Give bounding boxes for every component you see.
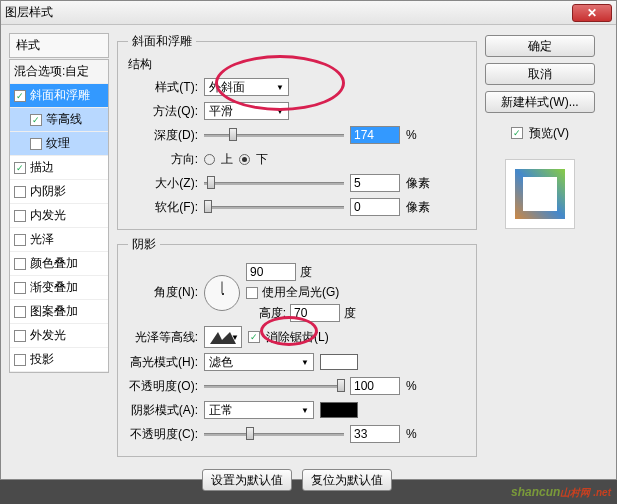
size-label: 大小(Z):: [128, 175, 198, 192]
technique-dropdown[interactable]: 平滑▼: [204, 102, 289, 120]
size-input[interactable]: 5: [350, 174, 400, 192]
blend-options[interactable]: 混合选项:自定: [10, 60, 108, 84]
style-checkbox[interactable]: [14, 306, 26, 318]
style-item[interactable]: 图案叠加: [10, 300, 108, 324]
depth-slider[interactable]: [204, 127, 344, 143]
chevron-down-icon: ▼: [276, 107, 284, 116]
depth-input[interactable]: 174: [350, 126, 400, 144]
highlight-opacity-label: 不透明度(O):: [128, 378, 198, 395]
shadow-opacity-slider[interactable]: [204, 426, 344, 442]
style-checkbox[interactable]: [14, 162, 26, 174]
pct-unit: %: [406, 128, 436, 142]
style-dropdown[interactable]: 外斜面▼: [204, 78, 289, 96]
style-checkbox[interactable]: [30, 114, 42, 126]
new-style-button[interactable]: 新建样式(W)...: [485, 91, 595, 113]
antialias-label: 消除锯齿(L): [266, 329, 329, 346]
style-item[interactable]: 渐变叠加: [10, 276, 108, 300]
style-item[interactable]: 光泽: [10, 228, 108, 252]
shadow-mode-dropdown[interactable]: 正常▼: [204, 401, 314, 419]
style-checkbox[interactable]: [14, 330, 26, 342]
style-item[interactable]: 颜色叠加: [10, 252, 108, 276]
depth-label: 深度(D):: [128, 127, 198, 144]
gloss-contour-picker[interactable]: ▼: [204, 326, 242, 348]
altitude-input[interactable]: 70: [290, 304, 340, 322]
style-item[interactable]: 等高线: [10, 108, 108, 132]
window-title: 图层样式: [5, 4, 53, 21]
titlebar: 图层样式 ✕: [1, 1, 616, 25]
px-unit: 像素: [406, 175, 436, 192]
style-label: 描边: [30, 159, 54, 176]
bevel-group: 斜面和浮雕 结构 样式(T): 外斜面▼ 方法(Q): 平滑▼ 深度(D): 1…: [117, 33, 477, 230]
styles-header: 样式: [9, 33, 109, 58]
style-checkbox[interactable]: [14, 90, 26, 102]
bevel-legend: 斜面和浮雕: [128, 33, 196, 50]
style-checkbox[interactable]: [14, 354, 26, 366]
angle-input[interactable]: 90: [246, 263, 296, 281]
style-checkbox[interactable]: [14, 258, 26, 270]
shading-group: 阴影 角度(N): 90 度 使用全局光(G) 高度: 70 度 光泽等高线: …: [117, 236, 477, 457]
style-label: 光泽: [30, 231, 54, 248]
style-item[interactable]: 斜面和浮雕: [10, 84, 108, 108]
highlight-color-swatch[interactable]: [320, 354, 358, 370]
style-label: 样式(T):: [128, 79, 198, 96]
preview-thumbnail: [505, 159, 575, 229]
style-item[interactable]: 描边: [10, 156, 108, 180]
altitude-label: 高度:: [246, 305, 286, 322]
reset-default-button[interactable]: 复位为默认值: [302, 469, 392, 491]
global-light-checkbox[interactable]: [246, 287, 258, 299]
highlight-opacity-slider[interactable]: [204, 378, 344, 394]
styles-list: 混合选项:自定 斜面和浮雕等高线纹理描边内阴影内发光光泽颜色叠加渐变叠加图案叠加…: [9, 59, 109, 373]
soften-label: 软化(F):: [128, 199, 198, 216]
style-checkbox[interactable]: [14, 234, 26, 246]
highlight-opacity-input[interactable]: 100: [350, 377, 400, 395]
angle-dial[interactable]: [204, 275, 240, 311]
technique-label: 方法(Q):: [128, 103, 198, 120]
antialias-checkbox[interactable]: [248, 331, 260, 343]
style-label: 等高线: [46, 111, 82, 128]
style-checkbox[interactable]: [14, 186, 26, 198]
style-label: 图案叠加: [30, 303, 78, 320]
shadow-opacity-input[interactable]: 33: [350, 425, 400, 443]
structure-group: 结构 样式(T): 外斜面▼ 方法(Q): 平滑▼ 深度(D): 174 % 方…: [128, 56, 466, 221]
style-item[interactable]: 内阴影: [10, 180, 108, 204]
soften-slider[interactable]: [204, 199, 344, 215]
chevron-down-icon: ▼: [231, 333, 239, 342]
style-label: 斜面和浮雕: [30, 87, 90, 104]
style-label: 内阴影: [30, 183, 66, 200]
chevron-down-icon: ▼: [276, 83, 284, 92]
style-label: 渐变叠加: [30, 279, 78, 296]
styles-panel: 样式 混合选项:自定 斜面和浮雕等高线纹理描边内阴影内发光光泽颜色叠加渐变叠加图…: [9, 33, 109, 491]
highlight-mode-dropdown[interactable]: 滤色▼: [204, 353, 314, 371]
style-item[interactable]: 外发光: [10, 324, 108, 348]
style-label: 颜色叠加: [30, 255, 78, 272]
style-checkbox[interactable]: [14, 210, 26, 222]
structure-legend: 结构: [128, 56, 466, 73]
style-label: 投影: [30, 351, 54, 368]
preview-checkbox[interactable]: [511, 127, 523, 139]
shadow-opacity-label: 不透明度(C):: [128, 426, 198, 443]
style-item[interactable]: 纹理: [10, 132, 108, 156]
direction-label: 方向:: [128, 151, 198, 168]
angle-label: 角度(N):: [128, 284, 198, 301]
direction-down-radio[interactable]: [239, 154, 250, 165]
style-checkbox[interactable]: [14, 282, 26, 294]
close-button[interactable]: ✕: [572, 4, 612, 22]
preview-label: 预览(V): [529, 125, 569, 142]
direction-up-radio[interactable]: [204, 154, 215, 165]
shadow-color-swatch[interactable]: [320, 402, 358, 418]
soften-input[interactable]: 0: [350, 198, 400, 216]
gloss-contour-label: 光泽等高线:: [128, 329, 198, 346]
watermark: shancun山村网 .net: [511, 482, 611, 500]
style-item[interactable]: 投影: [10, 348, 108, 372]
style-label: 纹理: [46, 135, 70, 152]
size-slider[interactable]: [204, 175, 344, 191]
style-checkbox[interactable]: [30, 138, 42, 150]
highlight-mode-label: 高光模式(H):: [128, 354, 198, 371]
style-label: 内发光: [30, 207, 66, 224]
shading-legend: 阴影: [128, 236, 160, 253]
style-item[interactable]: 内发光: [10, 204, 108, 228]
shadow-mode-label: 阴影模式(A):: [128, 402, 198, 419]
make-default-button[interactable]: 设置为默认值: [202, 469, 292, 491]
ok-button[interactable]: 确定: [485, 35, 595, 57]
cancel-button[interactable]: 取消: [485, 63, 595, 85]
